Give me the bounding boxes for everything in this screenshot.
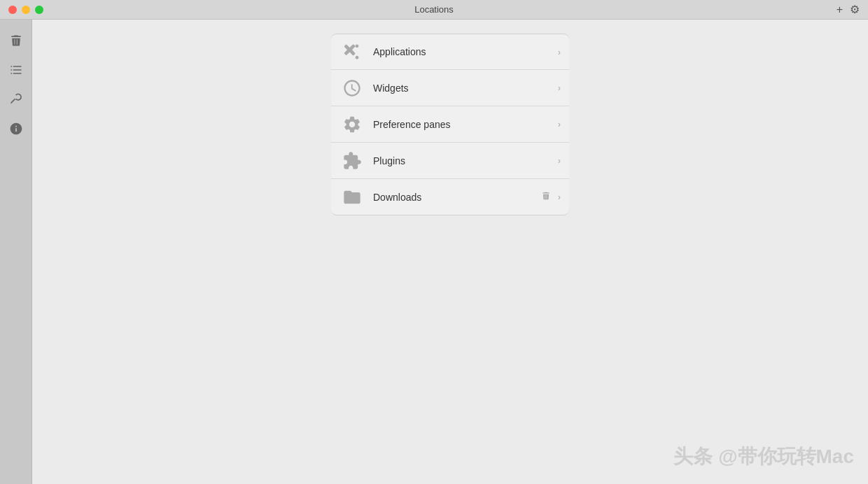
applications-chevron: › — [558, 47, 561, 57]
sidebar — [0, 20, 32, 484]
sidebar-item-list[interactable] — [5, 59, 27, 81]
applications-label: Applications — [373, 46, 558, 57]
widgets-chevron: › — [558, 83, 561, 93]
puzzle-icon — [342, 151, 362, 171]
window-title: Locations — [414, 4, 454, 15]
list-item-widgets[interactable]: Widgets › — [331, 70, 569, 106]
sidebar-item-wrench[interactable] — [5, 88, 27, 111]
list-item-preference-panes[interactable]: Preference panes › — [331, 106, 569, 143]
downloads-label: Downloads — [373, 192, 541, 203]
settings-button[interactable]: ⚙ — [850, 3, 860, 16]
gear-icon — [342, 115, 362, 134]
plugins-actions: › — [558, 155, 561, 166]
widgets-label: Widgets — [373, 83, 558, 94]
plugins-icon-container — [340, 148, 365, 173]
plugins-label: Plugins — [373, 155, 558, 166]
widgets-actions: › — [558, 83, 561, 93]
downloads-actions: › — [541, 191, 561, 203]
trash-small-icon — [541, 191, 551, 201]
sidebar-item-trash[interactable] — [5, 29, 27, 52]
trash-icon — [9, 34, 23, 48]
preference-panes-chevron: › — [558, 119, 561, 129]
maximize-button[interactable] — [35, 6, 43, 14]
wrench-icon — [9, 92, 23, 106]
preference-panes-label: Preference panes — [373, 119, 558, 130]
list-item-downloads[interactable]: Downloads › — [331, 179, 569, 215]
list-icon — [9, 63, 23, 77]
close-button[interactable] — [8, 6, 17, 14]
applications-icon-container — [340, 39, 365, 64]
titlebar: Locations + ⚙ — [0, 0, 868, 20]
window-controls — [8, 6, 43, 14]
scissors-icon — [342, 42, 362, 62]
titlebar-actions: + ⚙ — [836, 3, 860, 16]
main-area: Applications › Widgets › — [0, 20, 868, 484]
downloads-trash-icon[interactable] — [541, 191, 551, 203]
list-item-applications[interactable]: Applications › — [331, 34, 569, 70]
clock-icon — [342, 78, 362, 98]
list-item-plugins[interactable]: Plugins › — [331, 143, 569, 179]
downloads-icon-container — [340, 185, 365, 210]
widgets-icon-container — [340, 76, 365, 101]
minimize-button[interactable] — [22, 6, 30, 14]
info-icon — [9, 122, 23, 136]
preference-panes-icon-container — [340, 112, 365, 137]
applications-actions: › — [558, 47, 561, 57]
folder-icon — [342, 187, 362, 207]
locations-list: Applications › Widgets › — [331, 27, 569, 477]
downloads-chevron: › — [558, 192, 561, 202]
plugins-chevron: › — [558, 155, 561, 166]
sidebar-item-info[interactable] — [5, 118, 27, 140]
content-area: Applications › Widgets › — [32, 20, 868, 484]
preference-panes-actions: › — [558, 119, 561, 129]
add-button[interactable]: + — [836, 3, 843, 16]
